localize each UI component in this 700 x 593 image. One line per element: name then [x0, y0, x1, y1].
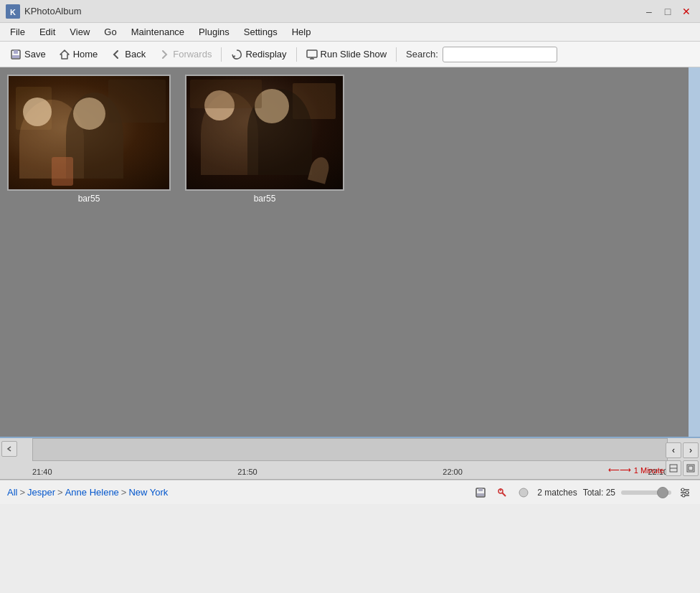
- menu-item-edit[interactable]: Edit: [32, 25, 62, 39]
- timeline-labels: 21:40 21:50 22:00 22:10: [32, 468, 668, 476]
- menu-item-file[interactable]: File: [3, 25, 32, 39]
- menu-item-go[interactable]: Go: [97, 25, 123, 39]
- titlebar: K KPhotoAlbum – □ ✕: [0, 0, 700, 23]
- search-label: Search:: [406, 49, 438, 60]
- time-label-3: 22:00: [443, 468, 463, 476]
- timeline-zoom: ⟵⟶ 1 Minute: [608, 465, 664, 475]
- photo-label-2: bar55: [254, 194, 276, 204]
- back-button[interactable]: Back: [105, 47, 151, 62]
- settings-button[interactable]: [677, 485, 693, 501]
- breadcrumb-jesper[interactable]: Jesper: [27, 487, 55, 498]
- svg-rect-4: [12, 55, 19, 58]
- status-tag-button[interactable]: [494, 485, 510, 501]
- status-dot-button[interactable]: [516, 485, 531, 501]
- slideshow-label: Run Slide Show: [321, 49, 387, 60]
- statusbar: All > Jesper > Anne Helene > New York: [0, 480, 700, 504]
- redisplay-label: Redisplay: [245, 49, 286, 60]
- menu-item-help[interactable]: Help: [285, 25, 318, 39]
- menu-item-plugins[interactable]: Plugins: [191, 25, 237, 39]
- save-icon: [10, 49, 22, 60]
- status-actions: 2 matches Total: 25: [473, 485, 693, 501]
- app-icon: K: [6, 4, 20, 19]
- svg-point-23: [681, 488, 684, 491]
- svg-text:K: K: [10, 8, 16, 16]
- timeline-next-button[interactable]: ›: [683, 442, 699, 458]
- breadcrumb-sep-2: >: [57, 487, 63, 498]
- scrollbar-track[interactable]: [689, 67, 700, 437]
- forwards-icon: [159, 49, 170, 60]
- timeline: ‹ › 21:40 21:50 22:00 22:10 ⟵⟶ 1 Minute: [0, 437, 700, 480]
- back-icon: [110, 49, 122, 60]
- svg-point-25: [682, 494, 685, 497]
- breadcrumb-anne[interactable]: Anne Helene: [65, 487, 119, 498]
- zoom-slider: [621, 490, 671, 495]
- minimize-button[interactable]: –: [641, 4, 657, 19]
- menu-item-view[interactable]: View: [62, 25, 97, 39]
- time-label-2: 21:50: [237, 468, 257, 476]
- svg-rect-15: [477, 493, 484, 496]
- svg-rect-14: [478, 488, 483, 491]
- svg-rect-12: [689, 466, 693, 470]
- home-button[interactable]: Home: [53, 47, 104, 62]
- zoom-arrows: ⟵⟶: [608, 465, 631, 475]
- save-button[interactable]: Save: [4, 47, 52, 62]
- toolbar-separator: [221, 47, 222, 62]
- slideshow-button[interactable]: Run Slide Show: [301, 47, 393, 62]
- main-area: bar55 bar55: [0, 67, 700, 437]
- breadcrumb-newyork[interactable]: New York: [128, 487, 168, 498]
- svg-marker-5: [60, 50, 69, 59]
- slider-track[interactable]: [621, 490, 671, 495]
- scrollbar-thumb[interactable]: [689, 67, 700, 437]
- titlebar-left: K KPhotoAlbum: [6, 4, 82, 19]
- save-label: Save: [24, 49, 46, 60]
- svg-point-19: [519, 488, 528, 497]
- toolbar-separator-2: [296, 47, 297, 62]
- redisplay-icon: [231, 49, 242, 60]
- matches-label: 2 matches: [537, 488, 577, 498]
- timeline-scroll-left[interactable]: [1, 441, 17, 457]
- timeline-icons: [666, 460, 699, 476]
- window-controls: – □ ✕: [641, 4, 694, 19]
- timeline-zoom-button[interactable]: [683, 460, 699, 476]
- home-label: Home: [73, 49, 98, 60]
- menu-item-settings[interactable]: Settings: [237, 25, 285, 39]
- timeline-fit-button[interactable]: [666, 460, 681, 476]
- status-save-button[interactable]: [473, 485, 488, 501]
- svg-point-24: [686, 491, 689, 494]
- photo-frame-2[interactable]: [185, 75, 344, 191]
- photo-grid: bar55 bar55: [0, 67, 700, 437]
- search-input[interactable]: [443, 47, 557, 62]
- slideshow-icon: [306, 49, 318, 60]
- menu-item-maintenance[interactable]: Maintenance: [124, 25, 191, 39]
- home-icon: [59, 49, 70, 60]
- menubar: FileEditViewGoMaintenancePluginsSettings…: [0, 23, 700, 42]
- svg-rect-6: [307, 50, 317, 57]
- restore-button[interactable]: □: [660, 4, 676, 19]
- forwards-button[interactable]: Forwards: [153, 47, 217, 62]
- photo-frame-1[interactable]: [7, 75, 171, 191]
- slider-thumb[interactable]: [657, 487, 668, 498]
- total-label: Total: 25: [583, 488, 615, 498]
- svg-line-17: [502, 493, 506, 496]
- window-title: KPhotoAlbum: [24, 6, 82, 16]
- timeline-prev-button[interactable]: ‹: [666, 442, 681, 458]
- toolbar: Save Home Back Forwards Redisplay: [0, 42, 700, 67]
- breadcrumb: All > Jesper > Anne Helene > New York: [7, 487, 467, 498]
- list-item[interactable]: bar55: [7, 75, 171, 204]
- redisplay-button[interactable]: Redisplay: [225, 47, 292, 62]
- svg-rect-3: [14, 50, 18, 54]
- breadcrumb-all[interactable]: All: [7, 487, 17, 498]
- list-item[interactable]: bar55: [185, 75, 344, 204]
- timeline-nav: ‹ ›: [666, 442, 699, 458]
- time-label-1: 21:40: [32, 468, 52, 476]
- breadcrumb-sep-1: >: [19, 487, 25, 498]
- breadcrumb-sep-3: >: [121, 487, 127, 498]
- toolbar-separator-3: [396, 47, 397, 62]
- forwards-label: Forwards: [173, 49, 212, 60]
- close-button[interactable]: ✕: [678, 4, 694, 19]
- photo-label-1: bar55: [78, 194, 100, 204]
- back-label: Back: [125, 49, 146, 60]
- minute-label: 1 Minute: [634, 466, 664, 475]
